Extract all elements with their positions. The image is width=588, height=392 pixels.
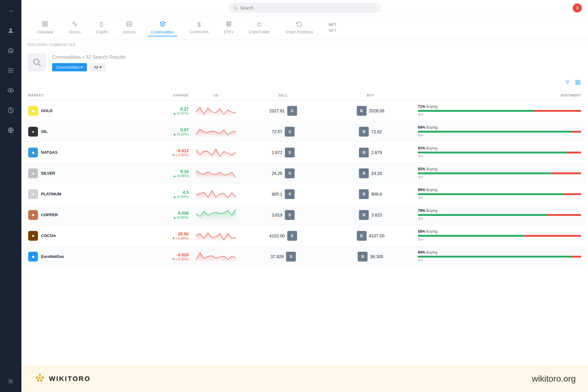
buy-button[interactable]: B [357,106,367,116]
buy-price: 2.679 [371,150,382,155]
sell-button[interactable]: S [285,189,295,199]
tab-smart-portfolios[interactable]: Smart Portfolios [282,19,316,36]
table-row: ◈ PLATINUM 4.5 ▲ (0.50%) 905.1 S [24,184,585,205]
buy-price: 3.823 [371,213,382,217]
buy-button[interactable]: B [359,168,369,178]
tab-stocks[interactable]: Stocks [66,19,84,36]
more-options-button[interactable]: ≡+ [418,195,424,201]
more-options-button[interactable]: ≡+ [418,112,424,117]
more-options-button[interactable]: ≡+ [418,133,424,138]
sentiment-label: 82% Buying [418,167,581,171]
sell-button[interactable]: S [285,210,295,220]
more-options-button[interactable]: ≡+ [418,174,424,180]
sell-cell: 2027.61 S [239,100,327,121]
more-options-button[interactable]: ≡+ [418,258,424,263]
crypto-icon: ₿ [100,21,103,28]
svg-marker-32 [196,209,236,221]
svg-rect-24 [579,80,580,82]
avatar-icon[interactable] [5,24,17,37]
market-cell: ◈ PLATINUM [24,184,132,205]
sell-price: 2.672 [272,150,282,155]
wikitoro-logo-icon [34,371,46,384]
sentiment-label: 79% Buying [418,209,581,213]
sentiment-bar [418,235,581,237]
filter-button[interactable] [564,78,571,88]
buy-button[interactable]: B [358,252,368,262]
sell-cell: 905.1 S [239,184,327,205]
more-options-button[interactable]: ≡+ [418,153,424,159]
svg-line-19 [39,64,41,66]
buy-button[interactable]: B [359,127,369,137]
sell-button[interactable]: S [286,252,296,262]
col-change: CHANGE [132,90,192,100]
tab-currencies[interactable]: $ Currencies [187,20,212,36]
mini-chart [196,187,236,200]
tab-overview[interactable]: Overview [34,19,56,36]
change-cell: -0.012 ▼ (-0.45%) [132,142,192,163]
home-icon[interactable] [5,44,17,57]
buy-cell: B 908.6 [327,184,414,205]
all-filter-button[interactable]: All ▾ [89,63,106,71]
change-cell: 0.16 ▲ (0.66%) [132,163,192,184]
results-count: • 32 Search Results [82,55,126,60]
mini-chart [196,125,236,137]
search-box[interactable] [228,3,381,13]
market-cell: ■ COPPER [24,205,132,225]
buy-button[interactable]: B [359,148,369,157]
change-percent: ▲ (0.66%) [136,174,189,178]
notification-bell[interactable]: 3 [573,3,582,13]
sell-price: 2027.61 [269,108,285,113]
globe-icon[interactable] [5,124,17,136]
sentiment-green-bar [418,172,552,174]
buy-button[interactable]: B [357,231,367,241]
change-percent: ▼ (-0.05%) [136,257,189,261]
tab-stocks-label: Stocks [69,30,81,34]
commodities-filter-button[interactable]: Commodities ▾ [52,63,87,71]
market-icon: ◈ [28,168,38,178]
svg-rect-26 [579,83,580,85]
buy-button[interactable]: B [359,210,369,220]
tab-indices[interactable]: Indices [120,19,139,36]
sell-button[interactable]: S [287,231,297,241]
change-cell: -0.020 ▼ (-0.05%) [132,246,192,267]
sentiment-cell: 82% Buying ≡+ [414,163,585,184]
svg-marker-30 [196,171,236,179]
buy-cell: B 72.62 [327,121,414,142]
sell-button[interactable]: S [285,148,295,157]
sell-button[interactable]: S [287,106,297,116]
change-percent: ▲ (0.41%) [136,111,189,115]
more-options-button[interactable]: ≡+ [418,237,424,242]
tab-copytrader[interactable]: © CopyTrader [246,20,273,36]
more-options-button[interactable]: ≡+ [418,216,424,221]
change-value: 0.036 [136,211,189,216]
portfolio-icon[interactable] [5,104,17,116]
sentiment-bar [418,131,581,133]
tab-etfs[interactable]: ETFs [221,19,236,36]
buy-button[interactable]: B [359,189,369,199]
tab-commodities[interactable]: Commodities [148,19,177,36]
svg-rect-13 [43,24,45,26]
market-icon: ◆ [28,148,38,157]
market-cell: ● OIL [24,121,132,142]
settings-icon[interactable] [5,375,17,387]
tab-nft[interactable]: NFT NFT [326,21,339,35]
sentiment-cell: 94% Buying ≡+ [414,121,585,142]
sentiment-red-bar [552,172,581,174]
feed-icon[interactable] [5,64,17,77]
change-cell: 8.27 ▲ (0.41%) [132,100,192,121]
sell-button[interactable]: S [285,127,295,137]
sentiment-bar [418,193,581,195]
search-input[interactable] [240,6,376,10]
sentiment-green-bar [418,193,563,195]
sentiment-green-bar [418,152,566,153]
page-header: Commodities • 32 Search Results Commodit… [21,50,588,76]
sentiment-bar [418,152,581,153]
watchlist-icon[interactable] [5,84,17,96]
market-cell: ◆ EuroNatGas [24,246,132,267]
change-cell: 0.07 ▲ (0.10%) [132,121,192,142]
sell-button[interactable]: S [285,168,295,178]
arrow-right-icon[interactable]: → [5,5,17,17]
grid-view-button[interactable] [574,78,582,88]
tab-crypto[interactable]: ₿ Crypto [93,20,111,36]
buy-price: 908.6 [371,192,382,197]
